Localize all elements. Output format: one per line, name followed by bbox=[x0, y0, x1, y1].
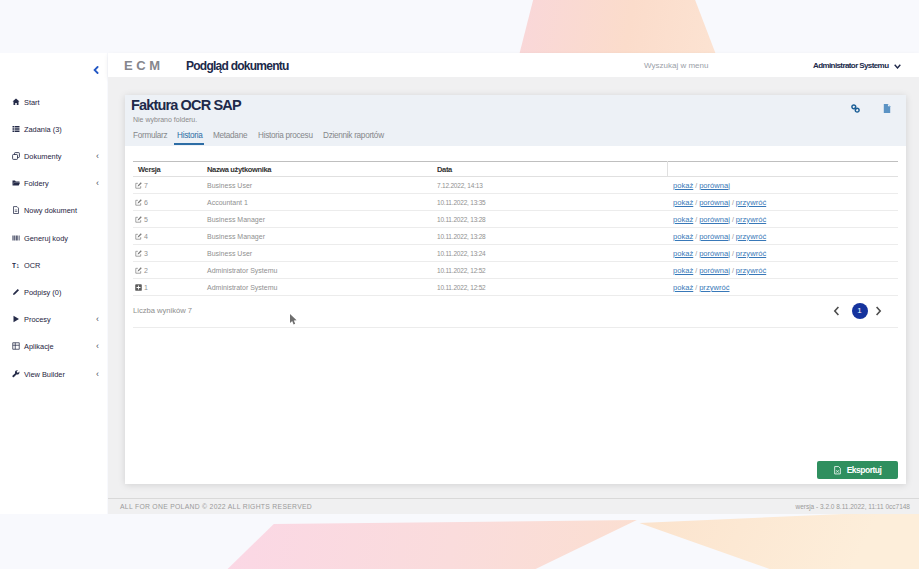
svg-text:T: T bbox=[12, 261, 16, 268]
svg-text:1: 1 bbox=[17, 263, 20, 268]
